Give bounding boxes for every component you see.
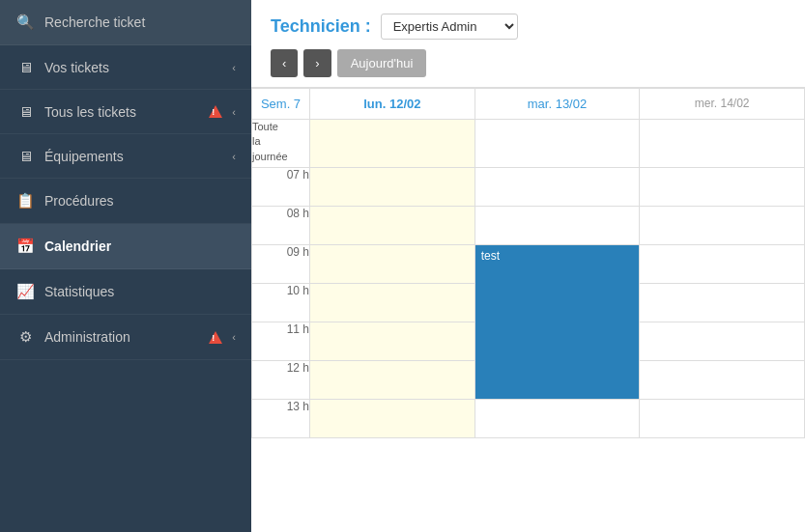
hour-row-2: 09 htest: [252, 245, 805, 284]
equipements-chevron: ‹: [232, 151, 236, 162]
technicien-select[interactable]: Expertis Admin: [381, 14, 518, 40]
nav-buttons: ‹ › Aujourd'hui: [271, 49, 786, 77]
technicien-label: Technicien :: [271, 16, 371, 37]
time-label-0: 07 h: [252, 168, 310, 207]
equipements-label: Équipements: [44, 149, 222, 164]
tous-les-tickets-icon: 🖥: [15, 103, 35, 120]
lun-cell-0: [310, 168, 475, 207]
vos-tickets-icon: 🖥: [15, 59, 35, 75]
technicien-row: Technicien : Expertis Admin: [271, 14, 786, 40]
lun-cell-6: [310, 400, 475, 438]
equipements-icon: 🖥: [15, 148, 35, 164]
allday-label: Toutelajournée: [252, 120, 310, 168]
administration-warning-badge: [209, 331, 222, 344]
lun-cell-4: [310, 322, 475, 361]
allday-extra: [640, 120, 805, 168]
main-content: Technicien : Expertis Admin ‹ › Aujourd'…: [251, 0, 805, 532]
vos-tickets-label: Vos tickets: [44, 60, 222, 75]
next-button[interactable]: ›: [303, 49, 331, 77]
administration-label: Administration: [44, 329, 195, 345]
calendar-header-row: Sem. 7 lun. 12/02 mar. 13/02 mer. 14/02: [252, 89, 805, 120]
week-header: Sem. 7: [252, 89, 310, 120]
extra-cell-0: [640, 168, 805, 207]
tous-les-tickets-warning-badge: [209, 105, 222, 118]
statistiques-icon: 📈: [15, 283, 35, 300]
sidebar-item-recherche-ticket[interactable]: 🔍Recherche ticket: [0, 0, 251, 45]
lun-cell-5: [310, 361, 475, 400]
administration-icon: ⚙: [15, 328, 35, 346]
prev-button[interactable]: ‹: [271, 49, 298, 77]
calendar-table: Sem. 7 lun. 12/02 mar. 13/02 mer. 14/02 …: [251, 88, 805, 438]
calendrier-icon: 📅: [15, 238, 35, 255]
sidebar-item-administration[interactable]: ⚙Administration‹: [0, 315, 251, 360]
time-label-1: 08 h: [252, 207, 310, 245]
calendrier-label: Calendrier: [44, 238, 236, 254]
day-header-1: mar. 13/02: [474, 89, 640, 120]
allday-lun: [310, 120, 475, 168]
lun-cell-2: [310, 245, 475, 284]
allday-mar: [474, 120, 640, 168]
statistiques-label: Statistiques: [44, 284, 236, 299]
sidebar-item-statistiques[interactable]: 📈Statistiques: [0, 269, 251, 315]
tous-les-tickets-chevron: ‹: [232, 106, 236, 118]
header: Technicien : Expertis Admin ‹ › Aujourd'…: [251, 0, 805, 88]
sidebar-item-tous-les-tickets[interactable]: 🖥Tous les tickets‹: [0, 90, 251, 134]
sidebar-item-calendrier[interactable]: 📅Calendrier: [0, 224, 251, 269]
time-label-2: 09 h: [252, 245, 310, 284]
extra-cell-1: [640, 207, 805, 245]
sidebar-item-vos-tickets[interactable]: 🖥Vos tickets‹: [0, 45, 251, 90]
time-label-6: 13 h: [252, 400, 310, 438]
time-label-3: 10 h: [252, 284, 310, 322]
sidebar: 🔍Recherche ticket🖥Vos tickets‹🖥Tous les …: [0, 0, 251, 532]
calendar: Sem. 7 lun. 12/02 mar. 13/02 mer. 14/02 …: [251, 88, 805, 532]
extra-cell-3: [640, 284, 805, 322]
calendar-body: Toutelajournée07 h08 h09 htest10 h11 h12…: [252, 120, 805, 438]
hour-row-0: 07 h: [252, 168, 805, 207]
today-button[interactable]: Aujourd'hui: [337, 49, 427, 77]
lun-cell-3: [310, 284, 475, 322]
sidebar-item-procedures[interactable]: 📋Procédures: [0, 179, 251, 224]
day-header-0: lun. 12/02: [310, 89, 475, 120]
mar-cell-0: [474, 168, 640, 207]
time-label-4: 11 h: [252, 322, 310, 361]
hour-row-1: 08 h: [252, 207, 805, 245]
sidebar-item-equipements[interactable]: 🖥Équipements‹: [0, 134, 251, 179]
extra-cell-6: [640, 400, 805, 438]
procedures-label: Procédures: [44, 193, 236, 209]
lun-cell-1: [310, 207, 475, 245]
hour-row-6: 13 h: [252, 400, 805, 438]
day-header-2: mer. 14/02: [640, 89, 805, 120]
recherche-ticket-icon: 🔍: [15, 14, 35, 31]
recherche-ticket-label: Recherche ticket: [44, 14, 236, 30]
extra-cell-5: [640, 361, 805, 400]
extra-cell-4: [640, 322, 805, 361]
allday-row: Toutelajournée: [252, 120, 805, 168]
extra-cell-2: [640, 245, 805, 284]
administration-chevron: ‹: [232, 331, 236, 343]
time-label-5: 12 h: [252, 361, 310, 400]
vos-tickets-chevron: ‹: [232, 62, 236, 73]
mar-cell-6: [474, 400, 640, 438]
event-test[interactable]: test: [474, 245, 640, 400]
tous-les-tickets-label: Tous les tickets: [44, 104, 195, 120]
procedures-icon: 📋: [15, 192, 35, 210]
mar-cell-1: [474, 207, 640, 245]
